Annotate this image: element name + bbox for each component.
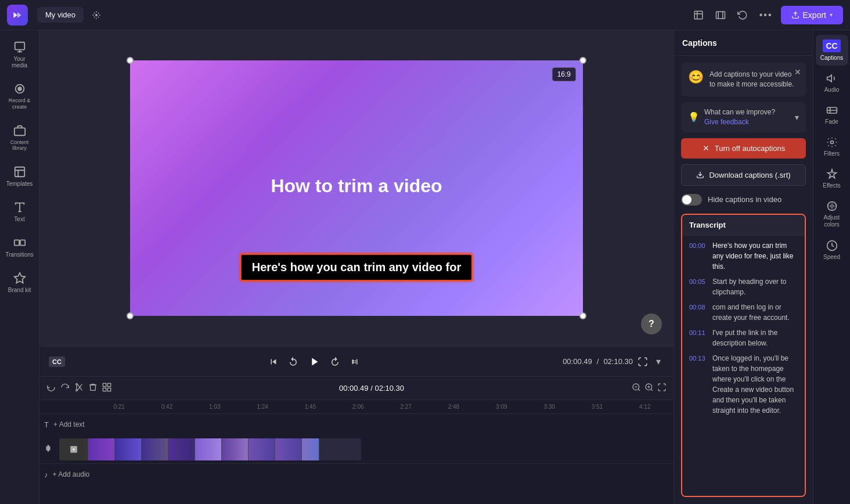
hide-captions-toggle[interactable] bbox=[681, 194, 702, 206]
svg-rect-28 bbox=[46, 447, 47, 450]
panel-icon-fade[interactable]: Fade bbox=[816, 100, 848, 129]
svg-rect-18 bbox=[103, 388, 106, 391]
track-thumb-1 bbox=[88, 438, 115, 460]
crop-button[interactable] bbox=[690, 6, 707, 24]
transcript-entry-3[interactable]: 00:11 I've put the link in the descripti… bbox=[689, 327, 798, 348]
transcript-entry-0[interactable]: 00:00 Here's how you can trim any video … bbox=[689, 240, 798, 272]
panel-icon-label-filters: Filters bbox=[824, 150, 840, 157]
svg-rect-16 bbox=[103, 383, 106, 386]
transcript-entry-2[interactable]: 00:08 com and then log in or create your… bbox=[689, 302, 798, 323]
time-total: 02:10.30 bbox=[603, 357, 633, 366]
sidebar-item-record[interactable]: Record &create bbox=[2, 77, 37, 116]
export-label: Export bbox=[803, 10, 826, 20]
sidebar-item-brand-kit[interactable]: Brand kit bbox=[2, 266, 37, 299]
panel-icon-audio[interactable]: Audio bbox=[816, 68, 848, 98]
transcript-entry-1[interactable]: 00:05 Start by heading over to clipchamp… bbox=[689, 276, 798, 297]
info-emoji: 😊 bbox=[688, 70, 704, 85]
sidebar-item-text[interactable]: Text bbox=[2, 195, 37, 228]
undo-button[interactable] bbox=[46, 383, 56, 394]
sidebar-label-content-library: Contentlibrary bbox=[10, 139, 29, 152]
svg-rect-7 bbox=[14, 128, 24, 135]
fit-to-screen-button[interactable] bbox=[657, 383, 667, 394]
transcript-entry-4[interactable]: 00:13 Once logged in, you'll be taken to… bbox=[689, 353, 798, 416]
ruler-mark: 0:21 bbox=[95, 404, 143, 410]
feedback-link[interactable]: Give feedback bbox=[704, 118, 749, 126]
track-mute-button[interactable] bbox=[44, 444, 52, 454]
panel-icon-effects[interactable]: Effects bbox=[816, 164, 848, 193]
caption-overlay[interactable]: Here's how you can trim any video for bbox=[240, 254, 473, 281]
sidebar-item-content-library[interactable]: Contentlibrary bbox=[2, 118, 37, 158]
track-thumb-7 bbox=[248, 438, 275, 460]
zoom-out-button[interactable] bbox=[632, 383, 641, 394]
captions-panel-content: 😊 Add captions to your video to make it … bbox=[674, 56, 813, 504]
ruler-mark: 2:06 bbox=[334, 404, 382, 410]
video-track-strip[interactable] bbox=[59, 438, 361, 460]
transcript-body[interactable]: 00:00 Here's how you can trim any video … bbox=[682, 236, 805, 496]
captions-panel: Captions 😊 Add captions to your video to… bbox=[674, 30, 813, 504]
fullscreen-button[interactable] bbox=[638, 357, 648, 367]
ai-button[interactable] bbox=[88, 7, 105, 23]
skip-to-end-button[interactable] bbox=[350, 357, 360, 367]
rewind-button[interactable] bbox=[288, 357, 298, 367]
export-button[interactable]: Export ▾ bbox=[781, 6, 843, 24]
center-area: ‹ How to trim a video Here's how you can… bbox=[39, 30, 673, 504]
download-captions-button[interactable]: Download captions (.srt) bbox=[681, 164, 806, 186]
help-button[interactable]: ? bbox=[641, 314, 662, 334]
ruler-mark: 2:27 bbox=[382, 404, 430, 410]
resize-button[interactable] bbox=[712, 6, 729, 24]
fast-forward-button[interactable] bbox=[330, 357, 340, 367]
my-video-tab[interactable]: My video bbox=[37, 7, 84, 23]
captions-title: Captions bbox=[682, 38, 717, 48]
panel-icon-captions[interactable]: CC Captions bbox=[816, 35, 848, 66]
add-text-track[interactable]: T + Add text bbox=[39, 414, 673, 435]
delete-button[interactable] bbox=[88, 383, 98, 394]
info-card-close-button[interactable]: ✕ bbox=[794, 67, 801, 77]
panel-icon-label-captions: Captions bbox=[820, 55, 843, 61]
handle-top-right[interactable] bbox=[579, 57, 586, 64]
playback-bar: CC 00:00.4 bbox=[39, 346, 673, 376]
handle-bottom-left[interactable] bbox=[127, 312, 134, 319]
panel-icon-label-audio: Audio bbox=[824, 87, 840, 93]
handle-top-left[interactable] bbox=[127, 57, 134, 64]
sidebar-item-transitions[interactable]: Transitions bbox=[2, 231, 37, 264]
ruler-mark: 3:51 bbox=[573, 404, 621, 410]
zoom-in-button[interactable] bbox=[644, 383, 654, 394]
video-title-text: How to trim a video bbox=[271, 175, 442, 197]
svg-rect-10 bbox=[20, 240, 24, 246]
play-button[interactable] bbox=[308, 355, 320, 368]
svg-rect-4 bbox=[15, 42, 24, 50]
panel-icon-adjust-colors[interactable]: Adjustcolors bbox=[816, 196, 848, 233]
skip-to-start-button[interactable] bbox=[268, 357, 279, 367]
more-options-button[interactable]: ••• bbox=[756, 6, 776, 24]
transcript-text-1: Start by heading over to clipchamp. bbox=[712, 276, 798, 297]
add-audio-track[interactable]: ♪ + Add audio bbox=[39, 464, 673, 485]
handle-bottom-right[interactable] bbox=[579, 312, 586, 319]
panel-icon-speed[interactable]: Speed bbox=[816, 235, 848, 265]
time-separator: / bbox=[597, 357, 599, 366]
transcript-time-3: 00:11 bbox=[689, 327, 708, 348]
feedback-expand-button[interactable]: ▾ bbox=[795, 113, 799, 122]
ruler-marks: 0:21 0:42 1:03 1:24 1:45 2:06 2:27 2:48 … bbox=[95, 404, 669, 410]
ruler-mark: 3:09 bbox=[478, 404, 525, 410]
cc-toggle-button[interactable]: CC bbox=[49, 357, 65, 367]
track-thumb-0 bbox=[59, 438, 88, 460]
timeline-tracks: T + Add text bbox=[39, 414, 673, 504]
rotate-button[interactable] bbox=[734, 6, 751, 24]
video-track-content[interactable] bbox=[59, 438, 669, 460]
svg-point-12 bbox=[76, 383, 78, 385]
transform-button[interactable] bbox=[102, 383, 111, 394]
sidebar-item-your-media[interactable]: Your media bbox=[2, 35, 37, 74]
cut-button[interactable] bbox=[74, 383, 84, 394]
ruler-mark: 3:30 bbox=[525, 404, 573, 410]
feedback-text: What can we improve? bbox=[704, 108, 775, 116]
right-icons-panel: CC Captions Audio Fade Filters Effects A… bbox=[813, 30, 850, 504]
scroll-down-preview[interactable]: ▾ bbox=[653, 352, 664, 370]
toggle-label: Hide captions in video bbox=[708, 195, 781, 204]
track-thumb-6 bbox=[222, 438, 248, 460]
panel-icon-filters[interactable]: Filters bbox=[816, 132, 848, 161]
turn-off-autocaptions-button[interactable]: Turn off autocaptions bbox=[681, 138, 806, 159]
redo-button[interactable] bbox=[60, 383, 70, 394]
svg-point-37 bbox=[830, 204, 834, 208]
video-canvas: How to trim a video Here's how you can t… bbox=[130, 60, 583, 316]
sidebar-item-templates[interactable]: Templates bbox=[2, 160, 37, 193]
